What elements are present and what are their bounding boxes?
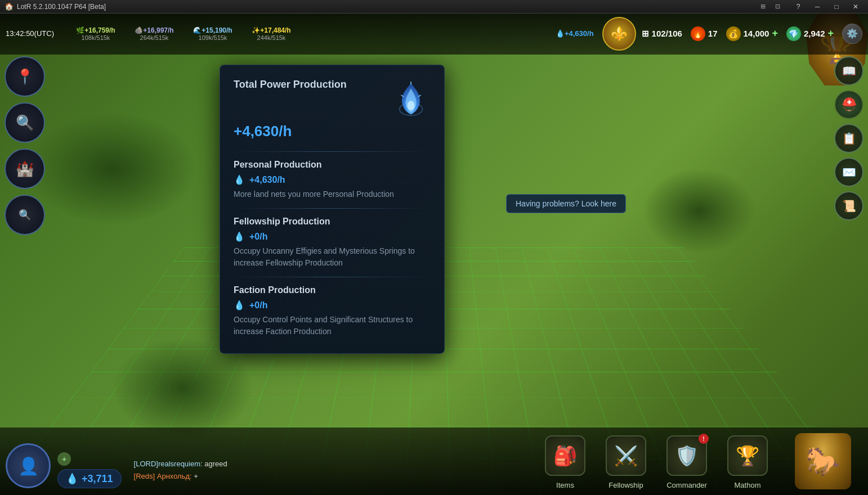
troop-count-display: ⊞ 102/106 <box>642 29 682 39</box>
sidebar-search-btn[interactable]: 🔍 <box>5 102 45 143</box>
nav-items-icon: 🎒 <box>545 435 585 476</box>
power-rate-top: 💧+4,630/h <box>556 29 594 38</box>
right-sidebar: 📖 ⛑️ 📋 ✉️ 📜 <box>834 56 863 220</box>
power-flame-icon <box>391 79 431 118</box>
gold-resource: 💰 14,000 + <box>726 26 778 41</box>
gold-count: 14,000 <box>744 29 769 38</box>
sidebar-book-btn[interactable]: 📖 <box>834 56 863 86</box>
chat-sender-2: [Reds] Арнхольд: <box>134 472 194 480</box>
total-power-header: Total Power Production <box>234 79 431 118</box>
nav-mathom-icon-container: 🏆 <box>724 433 771 479</box>
nav-items-label: Items <box>556 481 574 489</box>
chat-text-2: + <box>194 472 198 480</box>
add-gold-button[interactable]: + <box>772 28 778 39</box>
fire-count: 17 <box>708 29 718 38</box>
nav-fellowship-button[interactable]: ⚔️ Fellowship <box>596 433 656 495</box>
window-icon-2: ⊡ <box>771 2 784 12</box>
faction-production-section: Faction Production 💧 +0/h Occupy Control… <box>234 285 431 338</box>
sidebar-helmet-btn[interactable]: ⛑️ <box>834 90 863 119</box>
gem-count: 2,942 <box>804 29 825 38</box>
player-power-display: 💧 +3,711 <box>57 469 122 488</box>
add-power-button[interactable]: + <box>57 452 71 466</box>
nav-fellowship-icon-container: ⚔️ <box>603 433 649 479</box>
bottom-left: 👤 + 💧 +3,711 [LORD]realsrequiem: agreed … <box>0 443 535 495</box>
personal-production-rate: +4,630/h <box>249 175 285 185</box>
gold-current: 244k/515k <box>257 34 286 41</box>
sidebar-list-btn[interactable]: 📋 <box>834 124 863 153</box>
gem-icon: 💎 <box>786 26 801 41</box>
troop-value: 102/106 <box>652 29 682 38</box>
sidebar-scroll-btn[interactable]: 📜 <box>834 191 863 220</box>
total-power-title: Total Power Production <box>234 79 347 91</box>
help-tooltip[interactable]: Having problems? Look here <box>506 194 626 213</box>
nav-mathom-button[interactable]: 🏆 Mathom <box>717 433 778 495</box>
sidebar-mail-btn[interactable]: ✉️ <box>834 158 863 187</box>
nav-fellowship-label: Fellowship <box>609 481 643 489</box>
window-controls: ? ─ □ ✕ <box>790 2 863 12</box>
settings-button[interactable]: ⚙️ <box>842 24 862 44</box>
top-bar: 13:42:50(UTC) 🌿+16,759/h 108k/515k 🪨+16,… <box>0 12 868 55</box>
chat-area: [LORD]realsrequiem: agreed [Reds] Арнхол… <box>128 459 529 488</box>
nav-commander-button[interactable]: 🛡️ ! Commander <box>656 433 717 495</box>
fellowship-production-rate: +0/h <box>249 232 267 242</box>
close-button[interactable]: ✕ <box>848 2 863 12</box>
nav-items-icon-container: 🎒 <box>542 433 588 479</box>
gold-rate: ✨+17,484/h <box>252 26 290 34</box>
sidebar-map-btn[interactable]: 📍 <box>5 56 45 97</box>
window-titlebar: 🏠 LotR 5.2.100.1047 P64 [Beta] ⊞ ⊡ ? ─ □… <box>0 0 868 14</box>
personal-production-desc: More land nets you more Personal Product… <box>234 188 431 200</box>
sidebar-castle-btn[interactable]: 🏰 <box>5 148 45 189</box>
fellowship-production-title: Fellowship Production <box>234 217 431 227</box>
fire-icon: 🔥 <box>691 26 705 41</box>
nav-mathom-icon: 🏆 <box>727 435 768 476</box>
chat-text-1: agreed <box>204 460 227 468</box>
resource-bar: 🌿+16,759/h 108k/515k 🪨+16,997/h 264k/515… <box>68 25 547 43</box>
divider-2 <box>234 208 431 209</box>
faction-production-desc: Occupy Control Points and Significant St… <box>234 314 431 338</box>
window-extra-icons: ⊞ ⊡ <box>757 2 784 12</box>
bottom-right-figure: 🐎 <box>778 428 868 495</box>
food-rate: 🌊+15,190/h <box>193 26 232 34</box>
nav-mathom-label: Mathom <box>735 481 761 489</box>
fire-resource: 🔥 17 <box>691 26 718 41</box>
faction-production-rate-row: 💧 +0/h <box>234 300 431 310</box>
nav-commander-icon-container: 🛡️ ! <box>664 433 710 479</box>
power-center[interactable]: 💧+4,630/h <box>547 29 602 38</box>
player-power-value: +3,711 <box>82 473 113 485</box>
resource-gold: ✨+17,484/h 244k/515k <box>243 25 299 43</box>
left-sidebar: 📍 🔍 🏰 🔍 <box>5 56 45 235</box>
chat-sender-1: [LORD]realsrequiem: <box>134 460 205 468</box>
wood-current: 108k/515k <box>82 34 110 41</box>
minimize-button[interactable]: ─ <box>809 2 825 12</box>
fellowship-production-desc: Occupy Uncanny Effigies and Mysterious S… <box>234 245 431 269</box>
help-tooltip-text: Having problems? Look here <box>516 199 616 208</box>
sidebar-zoom-btn[interactable]: 🔍 <box>5 195 45 235</box>
faction-icon[interactable]: ⚜️ <box>602 17 636 51</box>
personal-production-rate-row: 💧 +4,630/h <box>234 174 431 185</box>
divider-3 <box>234 277 431 277</box>
gold-icon: 💰 <box>726 26 741 41</box>
help-button[interactable]: ? <box>790 2 806 12</box>
commander-badge: ! <box>699 434 709 444</box>
food-current: 109k/515k <box>199 34 227 41</box>
bottom-left-controls: + 💧 +3,711 <box>57 452 122 488</box>
personal-flame-icon: 💧 <box>234 174 245 185</box>
resource-food: 🌊+15,190/h 109k/515k <box>185 25 241 43</box>
player-avatar[interactable]: 👤 <box>6 443 51 488</box>
title-icon: 🏠 <box>5 2 14 11</box>
resource-stone: 🪨+16,997/h 264k/515k <box>126 25 182 43</box>
bottom-nav: 🎒 Items ⚔️ Fellowship 🛡️ ! Commander 🏆 M… <box>535 433 778 495</box>
maximize-button[interactable]: □ <box>829 2 844 12</box>
nav-items-button[interactable]: 🎒 Items <box>535 433 596 495</box>
personal-production-section: Personal Production 💧 +4,630/h More land… <box>234 160 431 200</box>
window-icon-1: ⊞ <box>757 2 769 12</box>
chat-message-1: [LORD]realsrequiem: agreed <box>134 459 524 469</box>
chat-message-2: [Reds] Арнхольд: + <box>134 471 524 482</box>
time-display: 13:42:50(UTC) <box>6 29 68 38</box>
add-gem-button[interactable]: + <box>827 28 834 39</box>
wood-rate: 🌿+16,759/h <box>76 26 115 34</box>
terrain-patch <box>28 112 197 225</box>
faction-production-title: Faction Production <box>234 285 431 295</box>
stone-current: 264k/515k <box>140 34 169 41</box>
power-production-panel: Total Power Production <box>220 65 445 354</box>
